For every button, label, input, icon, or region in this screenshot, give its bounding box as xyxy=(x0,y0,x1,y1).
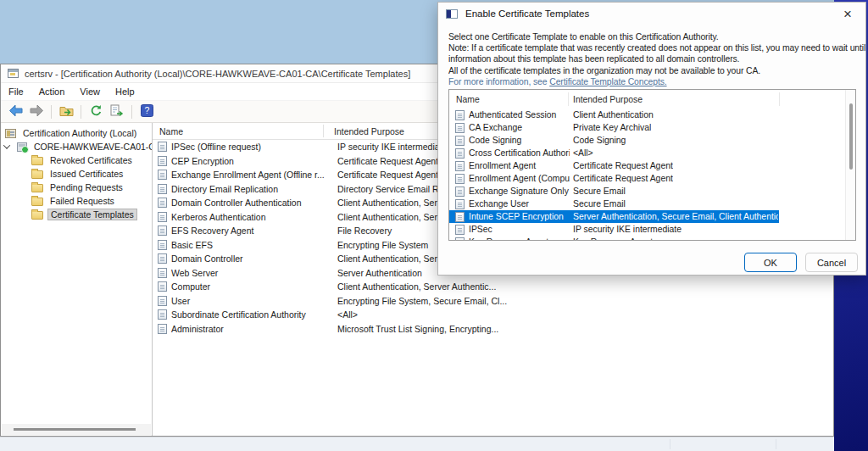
tree-item-failed-requests[interactable]: Failed Requests xyxy=(1,194,152,208)
toolbar-show-console-tree-button[interactable] xyxy=(57,103,75,120)
folder-icon xyxy=(31,198,43,206)
tree-item-label: Certificate Templates xyxy=(47,209,137,220)
scrollbar-thumb[interactable] xyxy=(849,103,853,170)
table-row[interactable]: Subordinate Certification Authority<All> xyxy=(153,308,833,322)
certificate-template-icon xyxy=(455,136,465,146)
dialog-list-row[interactable]: Code SigningCode Signing xyxy=(449,134,855,147)
template-purpose: Secure Email xyxy=(573,199,626,209)
dialog-link-prefix: For more information, see xyxy=(448,77,549,86)
folder-icon xyxy=(31,170,43,179)
template-purpose: <All> xyxy=(337,309,358,320)
template-name: Basic EFS xyxy=(171,240,327,250)
template-name: EFS Recovery Agent xyxy=(171,226,327,236)
template-purpose: Encrypting File System xyxy=(337,240,428,250)
scrollbar-thumb[interactable] xyxy=(14,428,136,431)
certificate-template-concepts-link[interactable]: Certificate Template Concepts. xyxy=(549,77,666,86)
folder-icon xyxy=(31,184,43,192)
tree-item-label: Revoked Certificates xyxy=(47,154,135,166)
dialog-list-headers: Name Intended Purpose xyxy=(449,90,855,109)
chevron-down-icon[interactable] xyxy=(3,142,10,148)
certificate-template-icon xyxy=(158,268,167,278)
certificate-template-icon xyxy=(455,123,465,133)
column-header-intended-purpose[interactable]: Intended Purpose xyxy=(323,126,404,136)
dialog-list-row[interactable]: Key Recovery AgentKey Recovery Agent xyxy=(449,236,855,241)
certificate-template-icon xyxy=(158,212,167,222)
column-divider[interactable] xyxy=(323,125,324,137)
tree-item-pending-requests[interactable]: Pending Requests xyxy=(1,181,152,194)
menu-help[interactable]: Help xyxy=(108,85,142,98)
toolbar-back-arrow-button[interactable] xyxy=(6,103,25,120)
toolbar-refresh-button[interactable] xyxy=(86,103,105,120)
dialog-list-row[interactable]: Authenticated SessionClient Authenticati… xyxy=(449,109,855,121)
template-name: Domain Controller Authentication xyxy=(171,198,327,208)
dialog-template-list[interactable]: Name Intended Purpose Authenticated Sess… xyxy=(448,89,856,241)
show-console-tree-icon xyxy=(59,104,74,120)
column-header-name[interactable]: Name xyxy=(153,126,323,136)
taskbar[interactable] xyxy=(0,437,834,451)
template-purpose: Encrypting File System, Secure Email, Cl… xyxy=(337,296,507,306)
template-purpose: Client Authentication, Serve xyxy=(337,253,447,264)
template-purpose: Microsoft Trust List Signing, Encrypting… xyxy=(337,324,498,334)
enable-certificate-templates-dialog: Enable Certificate Templates × Select on… xyxy=(437,2,866,276)
column-divider[interactable] xyxy=(779,92,780,106)
table-row[interactable]: UserEncrypting File System, Secure Email… xyxy=(153,294,833,309)
template-purpose: Key Recovery Agent xyxy=(573,237,653,241)
dialog-list-row[interactable]: Cross Certification Authority<All> xyxy=(449,147,855,159)
table-row[interactable]: ComputerClient Authentication, Server Au… xyxy=(153,280,833,294)
template-purpose: Certificate Request Agent xyxy=(573,161,673,170)
menu-file[interactable]: File xyxy=(1,85,31,98)
certificate-template-icon xyxy=(455,225,465,235)
template-purpose: IP security IKE intermediate xyxy=(337,142,447,152)
dialog-list-row[interactable]: Intune SCEP EncryptionServer Authenticat… xyxy=(449,210,855,223)
certificate-template-icon xyxy=(455,110,465,120)
folder-icon xyxy=(31,157,43,165)
dialog-list-row[interactable]: CA ExchangePrivate Key Archival xyxy=(449,121,855,134)
certificate-template-icon xyxy=(158,170,167,180)
tree-item-certification-authority-root[interactable]: Certification Authority (Local) xyxy=(1,126,152,140)
column-header-name[interactable]: Name xyxy=(449,95,566,104)
tree-item-issued-certificates[interactable]: Issued Certificates xyxy=(1,167,152,181)
certificate-template-icon xyxy=(158,142,167,152)
template-purpose: Certificate Request Agent xyxy=(337,170,438,180)
column-header-intended-purpose[interactable]: Intended Purpose xyxy=(566,95,643,104)
table-row[interactable]: AdministratorMicrosoft Trust List Signin… xyxy=(153,322,833,337)
template-name: Subordinate Certification Authority xyxy=(171,309,327,320)
tree-item-ca-server[interactable]: CORE-HAWKWEAVE-CA01-CA xyxy=(1,140,152,153)
template-name: CEP Encryption xyxy=(171,156,327,166)
refresh-icon xyxy=(90,104,103,120)
toolbar-forward-arrow-button[interactable] xyxy=(27,103,46,120)
certification-authority-icon xyxy=(5,129,16,138)
back-arrow-icon xyxy=(8,104,23,120)
toolbar-separator xyxy=(81,105,81,119)
menu-view[interactable]: View xyxy=(72,85,108,98)
dialog-list-row[interactable]: Exchange UserSecure Email xyxy=(449,198,855,210)
certificate-template-icon xyxy=(158,184,167,194)
toolbar-help-button[interactable]: ? xyxy=(137,103,156,120)
dialog-list-row[interactable]: IPSecIP security IKE intermediate xyxy=(449,223,855,236)
template-name: Key Recovery Agent xyxy=(469,237,570,241)
toolbar-export-list-button[interactable] xyxy=(108,103,126,120)
template-purpose: Directory Service Email Repl xyxy=(337,184,451,194)
tree-item-label: CORE-HAWKWEAVE-CA01-CA xyxy=(31,141,153,153)
dialog-list-row[interactable]: Enrollment Agent (Computer)Certificate R… xyxy=(449,172,855,185)
tree-horizontal-scrollbar[interactable] xyxy=(2,424,151,435)
column-divider[interactable] xyxy=(568,92,569,106)
dialog-list-row[interactable]: Exchange Signature OnlySecure Email xyxy=(449,185,855,198)
ok-button[interactable]: OK xyxy=(744,253,797,272)
template-name: Directory Email Replication xyxy=(171,184,327,194)
dialog-instructions: Select one Certificate Template to enabl… xyxy=(448,31,865,87)
close-icon[interactable]: × xyxy=(838,5,857,24)
dialog-list-scrollbar[interactable] xyxy=(845,90,855,240)
menu-action[interactable]: Action xyxy=(31,85,73,98)
tree-item-certificate-templates[interactable]: Certificate Templates xyxy=(1,208,152,221)
template-purpose: Client Authentication, Server Authentic.… xyxy=(337,281,496,292)
cancel-button[interactable]: Cancel xyxy=(805,253,858,272)
template-name: Computer xyxy=(171,281,327,292)
tree-item-revoked-certificates[interactable]: Revoked Certificates xyxy=(1,153,152,167)
dialog-list-row[interactable]: Enrollment AgentCertificate Request Agen… xyxy=(449,159,855,172)
forward-arrow-icon xyxy=(30,104,44,120)
dialog-instruction-line: All of the certificate templates in the … xyxy=(448,65,865,76)
certificate-template-icon xyxy=(158,281,167,292)
template-name: Enrollment Agent (Computer) xyxy=(469,174,570,183)
dialog-titlebar[interactable]: Enable Certificate Templates xyxy=(438,3,865,19)
